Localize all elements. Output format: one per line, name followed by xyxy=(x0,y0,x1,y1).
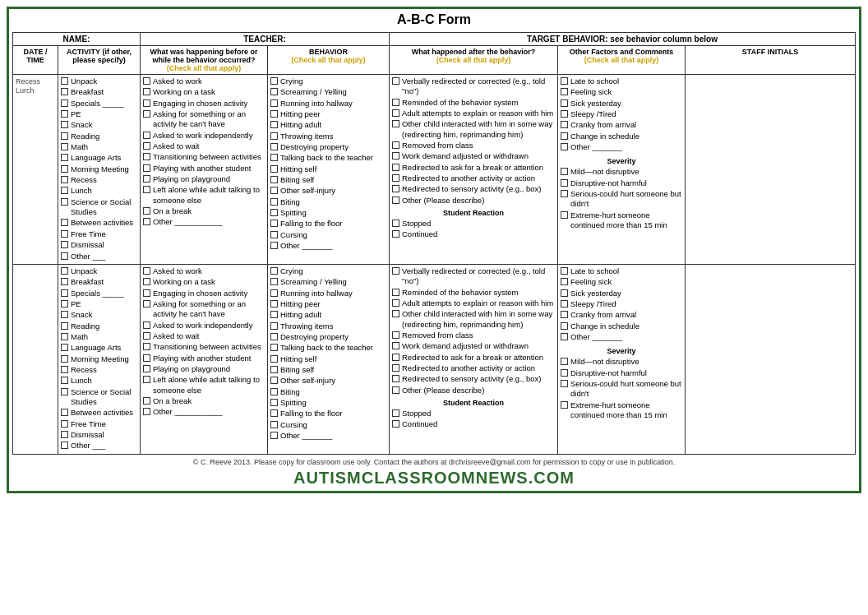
behavior-item: Hitting self xyxy=(270,164,386,174)
activity-item: Dismissal xyxy=(61,240,137,250)
behavior-item: Hitting self xyxy=(270,354,386,364)
activity-item: Morning Meeting xyxy=(61,164,137,174)
other-item: Feeling sick xyxy=(561,87,682,97)
after-item: Redirected to ask for a break or attenti… xyxy=(392,353,555,363)
activity-list-1: Unpack Breakfast Specials _____ PE Snack… xyxy=(61,76,137,261)
behavior-item: Running into hallway xyxy=(270,289,386,298)
behavior-item: Talking back to the teacher xyxy=(270,343,386,353)
before-item: Transitioning between activities xyxy=(143,342,265,352)
severity-item: Disruptive-not harmful xyxy=(561,178,682,188)
student-reaction-header-1: Student Reaction xyxy=(392,209,555,217)
behavior-item: Screaming / Yelling xyxy=(270,87,386,97)
after-item: Redirected to another activity or action xyxy=(392,363,555,373)
activity-item: Specials _____ xyxy=(61,99,137,109)
behavior-item: Cursing xyxy=(270,230,386,240)
behavior-item: Other self-injury xyxy=(270,376,386,386)
behavior-item: Spitting xyxy=(270,398,386,408)
before-item: Engaging in chosen activity xyxy=(143,289,265,298)
behavior-item: Destroying property xyxy=(270,332,386,342)
after-cell-2: Verbally redirected or corrected (e.g., … xyxy=(390,264,558,454)
header-row-2: DATE / TIME ACTIVITY (if other, please s… xyxy=(13,46,856,75)
after-cell-1: Verbally redirected or corrected (e.g., … xyxy=(390,75,558,265)
severity-item: Mild—not disruptive xyxy=(561,357,682,367)
before-item: Working on a task xyxy=(143,87,265,97)
after-item: Verbally redirected or corrected (e.g., … xyxy=(392,76,555,97)
other-factors-list-2: Late to school Feeling sick Sick yesterd… xyxy=(561,266,682,342)
before-item: Asked to wait xyxy=(143,141,265,151)
before-item: Asking for something or an activity he c… xyxy=(143,109,265,130)
behavior-item: Biting self xyxy=(270,365,386,375)
before-item: Playing with another student xyxy=(143,164,265,173)
behavior-list-1: Crying Screaming / Yelling Running into … xyxy=(270,76,386,252)
activity-item: Snack xyxy=(61,310,137,320)
before-cell-1: Asked to work Working on a task Engaging… xyxy=(141,75,268,265)
behavior-item: Throwing items xyxy=(270,132,386,141)
behavior-item: Other _______ xyxy=(270,431,386,441)
severity-item: Serious-could hurt someone but didn't xyxy=(561,189,682,210)
activity-item: Breakfast xyxy=(61,87,137,97)
before-item: Playing with another student xyxy=(143,354,265,363)
severity-item: Mild—not disruptive xyxy=(561,167,682,177)
main-table: NAME: TEACHER: TARGET BEHAVIOR: see beha… xyxy=(12,32,856,455)
before-header: What was happening before or while the b… xyxy=(141,46,268,75)
before-item: On a break xyxy=(143,396,265,406)
behavior-item: Hitting adult xyxy=(270,120,386,130)
after-item: Redirected to ask for a break or attenti… xyxy=(392,163,555,173)
activity-item: Language Arts xyxy=(61,153,137,163)
before-list-2: Asked to work Working on a task Engaging… xyxy=(143,266,265,418)
after-item: Other (Please describe) xyxy=(392,196,555,206)
activity-item: Morning Meeting xyxy=(61,354,137,364)
behavior-item: Other self-injury xyxy=(270,186,386,196)
other-factors-cell-1: Late to school Feeling sick Sick yesterd… xyxy=(558,75,686,265)
other-item: Change in schedule xyxy=(561,321,682,331)
other-factors-list-1: Late to school Feeling sick Sick yesterd… xyxy=(561,76,682,152)
behavior-item: Falling to the floor xyxy=(270,409,386,418)
activity-item: Breakfast xyxy=(61,277,137,287)
activity-cell-2: Unpack Breakfast Specials _____ PE Snack… xyxy=(58,264,141,454)
other-factors-header: Other Factors and Comments (Check all th… xyxy=(558,46,686,75)
other-item: Sleepy /Tired xyxy=(561,109,682,119)
activity-item: Lunch xyxy=(61,376,137,386)
behavior-item: Spitting xyxy=(270,208,386,218)
data-row-2: Unpack Breakfast Specials _____ PE Snack… xyxy=(13,264,856,454)
other-item: Other _______ xyxy=(561,332,682,342)
activity-item: Lunch xyxy=(61,186,137,196)
activity-item: Unpack xyxy=(61,76,137,86)
severity-section-1: Severity Mild—not disruptive Disruptive-… xyxy=(561,157,682,230)
before-item: Left alone while adult talking to someon… xyxy=(143,185,265,206)
page-title: A-B-C Form xyxy=(12,12,856,27)
reaction-item: Continued xyxy=(392,419,555,429)
student-reaction-list-2: Stopped Continued xyxy=(392,409,555,430)
behavior-item: Throwing items xyxy=(270,321,386,331)
activity-item: Other ___ xyxy=(61,252,137,261)
activity-item: Math xyxy=(61,332,137,342)
after-item: Other (Please describe) xyxy=(392,386,555,395)
before-list-1: Asked to work Working on a task Engaging… xyxy=(143,76,265,228)
after-sublabel: (Check all that apply) xyxy=(436,56,511,64)
activity-item: PE xyxy=(61,109,137,119)
activity-item: Free Time xyxy=(61,229,137,239)
reaction-item: Stopped xyxy=(392,409,555,418)
severity-item: Extreme-hurt someone continued more than… xyxy=(561,400,682,421)
activity-header: ACTIVITY (if other, please specify) xyxy=(58,46,141,75)
after-item: Removed from class xyxy=(392,331,555,340)
activity-item: PE xyxy=(61,299,137,309)
date-cell-1: Recess Lurch xyxy=(13,75,58,265)
activity-item: Science or Social Studies xyxy=(61,387,137,408)
student-reaction-list-1: Stopped Continued xyxy=(392,219,555,240)
before-item: Working on a task xyxy=(143,277,265,287)
severity-header-1: Severity xyxy=(561,157,682,165)
before-item: Asked to work xyxy=(143,266,265,276)
behavior-item: Biting xyxy=(270,197,386,207)
after-item: Work demand adjusted or withdrawn xyxy=(392,341,555,351)
activity-item: Unpack xyxy=(61,266,137,276)
activity-item: Math xyxy=(61,142,137,152)
activity-item: Language Arts xyxy=(61,343,137,353)
behavior-item: Crying xyxy=(270,76,386,86)
outer-wrapper: A-B-C Form NAME: TEACHER: TARGET BEHAVIO… xyxy=(7,7,861,493)
other-item: Other _______ xyxy=(561,142,682,152)
after-item: Adult attempts to explain or reason with… xyxy=(392,298,555,308)
before-item: Playing on playground xyxy=(143,364,265,374)
before-item: Engaging in chosen activity xyxy=(143,99,265,109)
severity-item: Disruptive-not harmful xyxy=(561,368,682,378)
